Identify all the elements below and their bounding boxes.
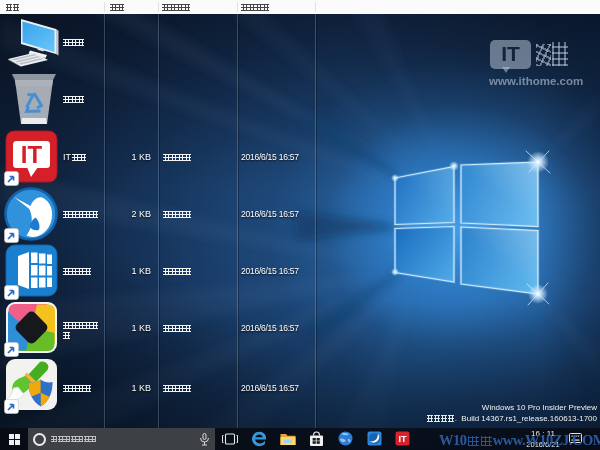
svg-text:IT: IT [399,434,408,444]
svg-text:IT: IT [21,141,43,168]
